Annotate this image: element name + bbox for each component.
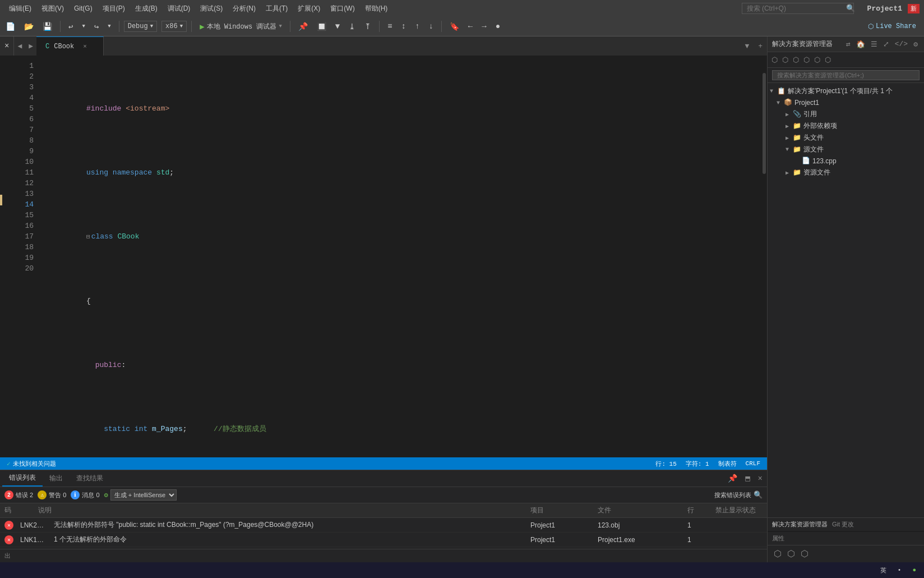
undo-dropdown[interactable]: ▼ (78, 22, 88, 31)
tree-source-files[interactable]: ▼ 📁 源文件 (768, 144, 924, 155)
bottom-pin-btn[interactable]: 📌 (726, 473, 740, 484)
tab-close-btn[interactable]: × (0, 36, 14, 56)
taskbar-lang[interactable]: 英 (877, 565, 890, 576)
run-dropdown-arrow[interactable]: ▼ (279, 24, 281, 29)
error-search-area[interactable]: 搜索错误列表 🔍 (714, 490, 763, 499)
se-bottom-tab-git[interactable]: Git 更改 (832, 520, 854, 529)
toolbar-btn-7[interactable]: ▼ (332, 20, 343, 33)
error-search-icon[interactable]: 🔍 (754, 490, 763, 499)
build-filter-dropdown[interactable]: 生成 + IntelliSense (110, 489, 177, 501)
menu-test[interactable]: 测试(S) (196, 3, 227, 15)
menu-project[interactable]: 项目(P) (98, 3, 130, 15)
code-container[interactable]: 1 2 3 4 5 6 7 8 9 10 11 12 13 14 15 16 1… (0, 56, 767, 457)
tree-external-deps[interactable]: ▶ 📁 外部依赖项 (768, 120, 924, 132)
open-file-btn[interactable]: 📂 (21, 20, 37, 33)
bookmark-btn[interactable]: 🔖 (446, 20, 463, 33)
tree-project[interactable]: ▼ 📦 Project1 (768, 97, 924, 108)
live-share-label: Live Share (876, 22, 916, 30)
menu-extensions[interactable]: 扩展(X) (293, 3, 325, 15)
line-status[interactable]: 行: 15 (653, 460, 678, 468)
error-row-1[interactable]: ✕ LNK2001 无法解析的外部符号 "public: static int … (0, 518, 767, 533)
menu-debug[interactable]: 调试(D) (163, 3, 195, 15)
redo-dropdown[interactable]: ▼ (104, 22, 114, 31)
bottom-close-btn[interactable]: × (756, 473, 765, 484)
properties-icon-2[interactable]: ⬡ (786, 548, 797, 560)
menu-analyze[interactable]: 分析(N) (228, 3, 260, 15)
solution-search-input[interactable] (772, 70, 920, 80)
char-status[interactable]: 字符: 1 (683, 460, 712, 468)
properties-icon-3[interactable]: ⬡ (799, 548, 810, 560)
toolbar-btn-12[interactable]: ↑ (412, 20, 423, 33)
menu-git[interactable]: Git(G) (70, 3, 97, 13)
bottom-float-btn[interactable]: ⬒ (743, 473, 752, 484)
menu-tools[interactable]: 工具(T) (261, 3, 292, 15)
tab-arrow-right[interactable]: ▶ (25, 36, 36, 56)
error-filter-errors[interactable]: 2 错误 2 (4, 490, 33, 499)
tab-add-btn[interactable]: + (754, 36, 767, 56)
toolbar-btn-13[interactable]: ↓ (425, 20, 436, 33)
tree-references[interactable]: ▶ 📎 引用 (768, 108, 924, 120)
bottom-tab-output[interactable]: 输出 (43, 470, 70, 487)
no-issues-status[interactable]: ✓ 未找到相关问题 (4, 460, 58, 468)
toolbar-btn-17[interactable]: ● (492, 20, 503, 33)
error-filter-warnings[interactable]: ⚠ 警告 0 (38, 490, 66, 499)
menu-edit[interactable]: 编辑(E) (4, 3, 36, 15)
tab-cbook-close[interactable]: × (83, 43, 87, 50)
platform-dropdown[interactable]: x86 ▼ (161, 21, 187, 32)
error-filter-info[interactable]: ℹ 消息 0 (71, 490, 99, 499)
tree-header-files[interactable]: ▶ 📁 头文件 (768, 132, 924, 144)
se-tool-4[interactable]: ⬡ (802, 55, 811, 65)
collapse-class[interactable]: ⊟ (86, 232, 90, 242)
se-tool-6[interactable]: ⬡ (823, 55, 833, 65)
bottom-tab-find[interactable]: 查找结果 (70, 470, 110, 487)
se-tool-5[interactable]: ⬡ (812, 55, 822, 65)
se-filter-btn[interactable]: ☰ (869, 39, 879, 49)
tree-123cpp[interactable]: 📄 123.cpp (768, 155, 924, 167)
error-row-2[interactable]: ✕ LNK1120 1 个无法解析的外部命令 Project1 Project1… (0, 533, 767, 547)
new-file-btn[interactable]: 📄 (2, 20, 19, 33)
se-tool-2[interactable]: ⬡ (780, 55, 790, 65)
menu-view[interactable]: 视图(V) (37, 3, 68, 15)
toolbar-btn-15[interactable]: ← (465, 20, 476, 33)
tab-size-status[interactable]: 制表符 (716, 460, 739, 468)
run-button[interactable]: ▶ 本地 Windows 调试器 ▼ (196, 21, 285, 33)
tree-resource-files[interactable]: ▶ 📁 资源文件 (768, 167, 924, 178)
encoding-status[interactable]: CRLF (743, 460, 763, 467)
se-code-btn[interactable]: </> (893, 39, 909, 49)
toolbar-btn-5[interactable]: 📌 (295, 20, 311, 33)
redo-btn[interactable]: ↪ (91, 20, 102, 33)
menu-window[interactable]: 窗口(W) (326, 3, 359, 15)
toolbar-btn-8[interactable]: ⤓ (345, 20, 359, 33)
save-btn[interactable]: 💾 (39, 20, 56, 33)
live-share-button[interactable]: ⬡ Live Share (862, 21, 922, 32)
toolbar-btn-11[interactable]: ↕ (398, 20, 409, 33)
se-tool-1[interactable]: ⬡ (770, 55, 779, 65)
toolbar-btn-9[interactable]: ⤒ (361, 20, 375, 33)
se-tool-3[interactable]: ⬡ (791, 55, 801, 65)
tab-cbook[interactable]: C CBook × (36, 36, 104, 56)
scroll-thumb[interactable] (763, 73, 766, 174)
tree-solution-root[interactable]: ▼ 📋 解决方案'Project1'(1 个项目/共 1 个 (768, 85, 924, 97)
build-filter-area[interactable]: ⚙ 生成 + IntelliSense (104, 489, 177, 501)
properties-icon-1[interactable]: ⬡ (772, 548, 783, 560)
line-num: 3 (11, 82, 34, 93)
menu-build[interactable]: 生成(B) (131, 3, 162, 15)
se-home-btn[interactable]: 🏠 (854, 39, 867, 49)
undo-btn[interactable]: ↩ (65, 20, 76, 33)
toolbar-btn-6[interactable]: 🔲 (313, 20, 330, 33)
toolbar-btn-10[interactable]: ≡ (384, 20, 395, 33)
tab-scroll-btn[interactable]: ▼ (740, 36, 754, 56)
se-settings-btn[interactable]: ⚙ (912, 39, 920, 49)
toolbar-btn-16[interactable]: → (478, 20, 489, 33)
vertical-scrollbar[interactable] (759, 56, 767, 457)
menu-help[interactable]: 帮助(H) (361, 3, 392, 15)
menu-search-input[interactable] (742, 3, 854, 14)
code-editor[interactable]: #include <iostream> using namespace std;… (38, 56, 759, 457)
bottom-tab-errors[interactable]: 错误列表 (2, 470, 43, 487)
se-expand-btn[interactable]: ⤢ (881, 39, 891, 49)
se-sync-btn[interactable]: ⇄ (844, 39, 852, 49)
resource-files-icon: 📁 (792, 168, 801, 177)
debug-config-dropdown[interactable]: Debug ▼ (124, 21, 157, 32)
se-bottom-tab-solution[interactable]: 解决方案资源管理器 (772, 520, 828, 529)
tab-arrow-left[interactable]: ◀ (14, 36, 25, 56)
